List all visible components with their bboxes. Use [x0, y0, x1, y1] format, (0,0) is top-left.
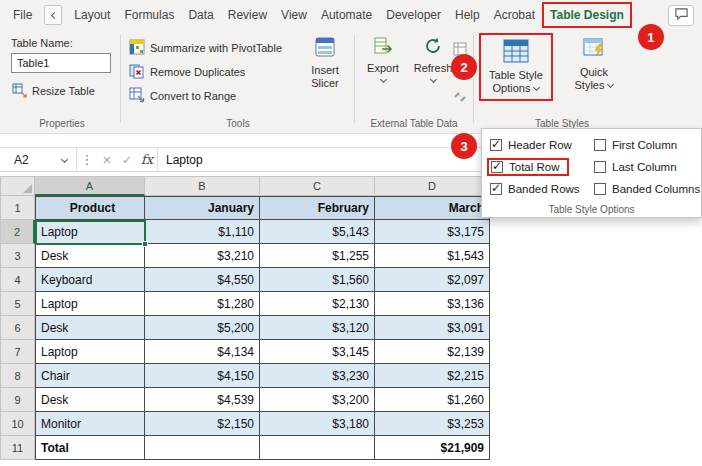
option-last-column[interactable]: Last Column — [592, 161, 697, 173]
cell-B1[interactable]: January — [145, 196, 260, 220]
enter-icon[interactable]: ✓ — [117, 148, 137, 171]
cell-D6[interactable]: $3,091 — [375, 316, 490, 340]
cell-C5[interactable]: $2,130 — [260, 292, 375, 316]
option-banded-columns[interactable]: Banded Columns — [592, 183, 697, 195]
option-header-row[interactable]: Header Row — [488, 139, 592, 151]
tab-table-design[interactable]: Table Design — [542, 2, 632, 28]
table-style-options-button[interactable]: Table Style Options — [479, 33, 553, 101]
cell-C3[interactable]: $1,255 — [260, 244, 375, 268]
column-header-B[interactable]: B — [145, 176, 260, 196]
cell-D3[interactable]: $1,543 — [375, 244, 490, 268]
cell-C9[interactable]: $3,200 — [260, 388, 375, 412]
cell-C8[interactable]: $3,230 — [260, 364, 375, 388]
refresh-button[interactable]: Refresh — [409, 33, 457, 82]
cell-B3[interactable]: $3,210 — [145, 244, 260, 268]
row-header-11[interactable]: 11 — [0, 436, 35, 460]
export-button[interactable]: Export — [359, 33, 407, 82]
cell-A6[interactable]: Desk — [35, 316, 145, 340]
cell-C7[interactable]: $3,145 — [260, 340, 375, 364]
unlink-icon[interactable] — [453, 89, 467, 106]
row-header-2[interactable]: 2 — [0, 220, 35, 244]
row-header-10[interactable]: 10 — [0, 412, 35, 436]
cell-A10[interactable]: Monitor — [35, 412, 145, 436]
checkbox-banded-columns[interactable] — [594, 183, 606, 195]
cell-B9[interactable]: $4,539 — [145, 388, 260, 412]
cell-B8[interactable]: $4,150 — [145, 364, 260, 388]
cell-B5[interactable]: $1,280 — [145, 292, 260, 316]
row-header-5[interactable]: 5 — [0, 292, 35, 316]
row-header-1[interactable]: 1 — [0, 196, 35, 220]
cell-C11[interactable] — [260, 436, 375, 460]
row-header-7[interactable]: 7 — [0, 340, 35, 364]
convert-to-range-button[interactable]: Convert to Range — [126, 85, 285, 107]
resize-table-button[interactable]: Resize Table — [9, 80, 98, 102]
column-header-A[interactable]: A — [35, 176, 145, 196]
cell-A9[interactable]: Desk — [35, 388, 145, 412]
tab-help[interactable]: Help — [448, 0, 487, 30]
cell-C1[interactable]: February — [260, 196, 375, 220]
insert-slicer-button[interactable]: Insert Slicer — [300, 33, 350, 90]
tab-view[interactable]: View — [274, 0, 314, 30]
cell-A4[interactable]: Keyboard — [35, 268, 145, 292]
row-header-9[interactable]: 9 — [0, 388, 35, 412]
cell-C10[interactable]: $3,180 — [260, 412, 375, 436]
cell-A1[interactable]: Product — [35, 196, 145, 220]
tab-file[interactable]: File — [6, 0, 39, 30]
cell-A8[interactable]: Chair — [35, 364, 145, 388]
cell-C2[interactable]: $5,143 — [260, 220, 375, 244]
option-first-column[interactable]: First Column — [592, 139, 697, 151]
cell-D5[interactable]: $3,136 — [375, 292, 490, 316]
cell-A7[interactable]: Laptop — [35, 340, 145, 364]
cell-D8[interactable]: $2,215 — [375, 364, 490, 388]
option-banded-rows[interactable]: Banded Rows — [488, 183, 592, 195]
cell-A3[interactable]: Desk — [35, 244, 145, 268]
cell-D9[interactable]: $1,260 — [375, 388, 490, 412]
cell-D1[interactable]: March — [375, 196, 490, 220]
column-header-D[interactable]: D — [375, 176, 490, 196]
quick-styles-button[interactable]: Quick Styles — [565, 33, 623, 92]
remove-duplicates-button[interactable]: Remove Duplicates — [126, 61, 285, 83]
tab-formulas[interactable]: Formulas — [117, 0, 181, 30]
cell-A5[interactable]: Laptop — [35, 292, 145, 316]
cell-C4[interactable]: $1,560 — [260, 268, 375, 292]
summarize-with-pivottable-button[interactable]: Summarize with PivotTable — [126, 37, 285, 59]
cell-B11[interactable] — [145, 436, 260, 460]
checkbox-total-row[interactable] — [491, 161, 503, 173]
checkbox-first-column[interactable] — [594, 139, 606, 151]
cell-A11[interactable]: Total — [35, 436, 145, 460]
cell-B2[interactable]: $1,110 — [145, 220, 260, 244]
cell-D4[interactable]: $2,097 — [375, 268, 490, 292]
cell-B4[interactable]: $4,550 — [145, 268, 260, 292]
select-all-corner[interactable] — [0, 176, 35, 196]
formula-bar-menu-icon[interactable]: ⋮ — [77, 148, 97, 171]
checkbox-header-row[interactable] — [490, 139, 502, 151]
table-name-input[interactable] — [11, 53, 111, 73]
formula-bar-input[interactable]: Laptop — [158, 153, 203, 167]
cell-A2[interactable]: Laptop — [35, 220, 145, 244]
row-header-8[interactable]: 8 — [0, 364, 35, 388]
cell-D11[interactable]: $21,909 — [375, 436, 490, 460]
tab-layout[interactable]: Layout — [67, 0, 117, 30]
cell-D7[interactable]: $2,139 — [375, 340, 490, 364]
cell-C6[interactable]: $3,120 — [260, 316, 375, 340]
row-header-4[interactable]: 4 — [0, 268, 35, 292]
cancel-icon[interactable]: × — [97, 148, 117, 171]
checkbox-banded-rows[interactable] — [490, 183, 502, 195]
tab-acrobat[interactable]: Acrobat — [487, 0, 542, 30]
row-header-6[interactable]: 6 — [0, 316, 35, 340]
tab-automate[interactable]: Automate — [314, 0, 379, 30]
cell-B7[interactable]: $4,134 — [145, 340, 260, 364]
tab-data[interactable]: Data — [181, 0, 220, 30]
cell-D10[interactable]: $3,253 — [375, 412, 490, 436]
option-total-row[interactable]: Total Row — [487, 158, 569, 176]
name-box[interactable]: A2 — [0, 148, 76, 171]
column-header-C[interactable]: C — [260, 176, 375, 196]
cell-B6[interactable]: $5,200 — [145, 316, 260, 340]
cell-D2[interactable]: $3,175 — [375, 220, 490, 244]
insert-function-icon[interactable]: fx — [137, 148, 157, 171]
ribbon-collapse-button[interactable] — [44, 5, 62, 25]
cell-B10[interactable]: $2,150 — [145, 412, 260, 436]
checkbox-last-column[interactable] — [594, 161, 606, 173]
tab-developer[interactable]: Developer — [379, 0, 448, 30]
tab-review[interactable]: Review — [221, 0, 274, 30]
